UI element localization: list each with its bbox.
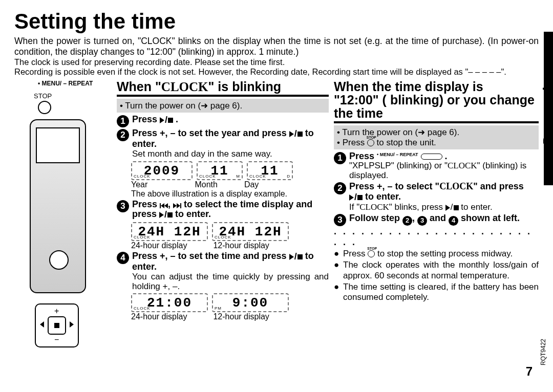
right-heading: When the time display is "12:00" ( blink… [334,80,539,120]
page-number: 7 [526,364,533,379]
lcd-year: 2009 CLOCK [131,161,193,180]
step-number-3: 3 [117,200,129,212]
right-step-2-sub: If "CLOCK" blinks, press / to enter. [349,203,539,212]
bullet-icon: ● [334,260,340,281]
lcd-24h-a: 24H 12HCLOCK [131,222,208,241]
mid-heading-rule [117,95,329,97]
mid-step-3: 3 Press , to select the time display and… [117,200,329,221]
lcd-12h-a: 24H 12HCLOCK [212,222,289,241]
mid-step-4: 4 Press +, – to set the time and press /… [117,251,329,291]
lcd-format-captions: 24-hour display 12-hour display [131,241,329,250]
nav-pad-illustration: + − [35,303,79,347]
mid-step-2-sub: Set month and day in the same way. [132,149,329,159]
right-step-1: 1 Press • MENU/ – REPEAT . "XPLPSLP" (bl… [334,151,539,181]
play-stop-icon: / [159,210,173,220]
right-step-2: 2 Press +, – to select "CLOCK" and press… [334,182,539,212]
intro-para-1: When the power is turned on, "CLOCK" bli… [14,36,539,57]
step-number-4: 4 [117,252,129,264]
step-number-1: 1 [117,115,129,127]
device-column: • MENU/ – REPEAT STOP + − [14,80,112,347]
recorder-screen [36,127,80,163]
lcd-row-time: 21:00CLOCK 9:00PM [131,293,329,312]
mid-column: When "CLOCK" is blinking • Turn the powe… [117,80,329,347]
right-column: When the time display is "12:00" ( blink… [334,80,539,347]
lcd-date-captions: Year Month Day [131,180,329,189]
mid-step-2: 2 Press +, – to set the year and press /… [117,128,329,159]
mid-heading: When "CLOCK" is blinking [117,80,329,94]
play-stop-icon: / [160,115,173,125]
mid-step-1: 1 Press / . [117,115,329,127]
lcd-note: The above illustration is a display exam… [131,189,329,199]
plus-icon: + [54,307,59,316]
lcd-time-captions: 24-hour display 12-hour display [131,312,329,321]
recorder-control-wheel [49,250,69,270]
right-step-1-sub: "XPLPSLP" (blinking) or "CLOCK" (blinkin… [349,161,539,180]
lcd-day: 11 CLOCKD [247,161,293,180]
lcd-row-date: 2009 CLOCK 11 CLOCKM 11 CLOCKD [131,161,329,180]
stop-icon: STOP [368,250,375,257]
forward-icon [173,203,181,208]
ref-step-3-icon: 3 [417,216,427,226]
menu-repeat-label: • MENU/ – REPEAT [38,80,112,87]
menu-repeat-button-icon [421,154,442,160]
doc-code: RQT9422 [540,339,547,365]
ref-step-2-icon: 2 [402,216,412,226]
intro-para-3: Recording is possible even if the clock … [14,67,539,77]
right-gray-note: • Turn the power on (➜ page 6). • Press … [334,125,539,149]
stop-button-circle [38,101,112,114]
step-number-3: 3 [334,214,346,226]
play-stop-icon: / [289,129,303,139]
ref-step-4-icon: 4 [449,216,458,226]
stop-icon: STOP [367,139,374,146]
lcd-time-12: 9:00PM [212,293,289,312]
right-arrow-icon [70,321,74,328]
rewind-icon [160,203,168,208]
bullet-icon: ● [334,249,340,259]
section-label: Preparation [540,72,553,146]
minus-icon: − [54,335,59,344]
right-heading-rule [334,121,539,123]
dotted-separator: . . . . . . . . . . . . . . . . . . . . … [334,226,539,248]
play-stop-icon: / [445,203,459,212]
lcd-time-24: 21:00CLOCK [131,293,208,312]
intro-para-2: The clock is used for preserving recordi… [14,57,539,67]
stop-text: STOP [34,92,52,100]
stop-label-row: STOP [34,92,112,100]
lcd-row-format: 24H 12HCLOCK 24H 12HCLOCK [131,222,329,241]
step-number-2: 2 [334,182,346,194]
play-stop-icon: / [349,192,363,203]
bullet-icon: ● [334,282,340,303]
mid-gray-note: • Turn the power on (➜ page 6). [117,99,329,113]
lcd-month: 11 CLOCKM [197,161,243,180]
right-step-3: 3 Follow step 2, 3 and 4 shown at left. [334,213,539,226]
step-number-2: 2 [117,129,129,141]
mid-step-4-sub: You can adjust the time quickly by press… [132,272,329,291]
page-title: Setting the time [14,9,539,34]
step-number-1: 1 [334,152,346,164]
center-button [48,316,66,335]
left-arrow-icon [40,321,44,328]
recorder-illustration [30,119,86,293]
play-stop-icon: / [289,252,303,262]
right-bullets: ● Press STOP to stop the setting process… [334,249,539,303]
